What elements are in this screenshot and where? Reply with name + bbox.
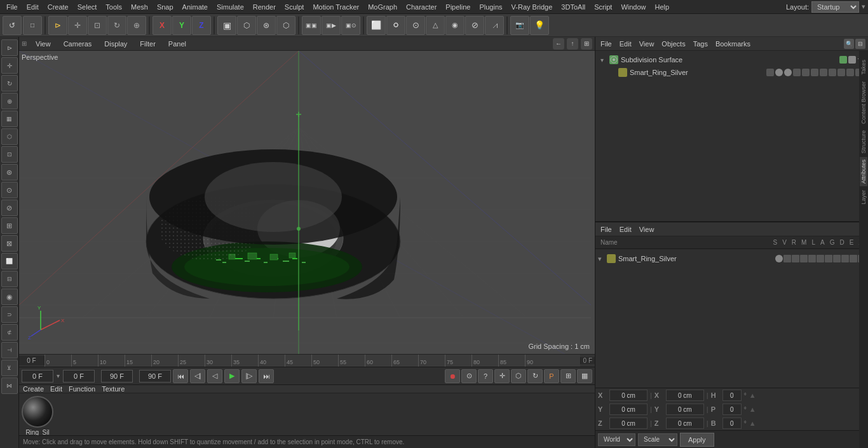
- mat-function-menu[interactable]: Function: [69, 385, 95, 393]
- attributes-tab[interactable]: Attributes: [860, 157, 867, 186]
- sidebar-magnet-btn[interactable]: ⊙: [1, 182, 18, 198]
- sidebar-extrude-btn[interactable]: ⬜: [1, 253, 18, 269]
- menu-file[interactable]: File: [3, 2, 22, 12]
- menu-create[interactable]: Create: [44, 2, 72, 12]
- mat-texture-menu[interactable]: Texture: [102, 385, 125, 393]
- sidebar-weld-btn[interactable]: ◉: [1, 288, 18, 305]
- attr-row-ring[interactable]: ▾ Smart_Ring_Silver: [598, 252, 865, 266]
- playback-info-btn[interactable]: ?: [478, 369, 493, 383]
- sidebar-box-select-btn[interactable]: ⬡: [1, 128, 18, 145]
- sidebar-bevel-btn[interactable]: ⊠: [1, 235, 18, 252]
- sidebar-knife-btn[interactable]: ⊘: [1, 200, 18, 216]
- coord-z-size[interactable]: [666, 417, 704, 429]
- apply-button[interactable]: Apply: [680, 433, 714, 447]
- coord-y-size[interactable]: [666, 404, 704, 415]
- mat-edit-menu[interactable]: Edit: [50, 385, 62, 393]
- coord-arrow-b[interactable]: ▲: [749, 419, 756, 427]
- coord-y-pos[interactable]: [609, 404, 648, 415]
- obj-filter-icon[interactable]: ⊟: [855, 39, 865, 49]
- ring-dot-7[interactable]: [829, 69, 836, 76]
- display-menu[interactable]: Display: [100, 39, 131, 48]
- play-btn[interactable]: ▶: [224, 369, 240, 383]
- sidebar-paint-btn[interactable]: ⊛: [1, 164, 18, 180]
- sidebar-spin-edge-btn[interactable]: ⊃: [1, 306, 18, 323]
- menu-plugins[interactable]: Plugins: [475, 2, 506, 12]
- panel-menu[interactable]: Panel: [165, 39, 190, 48]
- frame-end-input[interactable]: [101, 370, 133, 383]
- auto-key-btn[interactable]: ⊙: [461, 369, 477, 383]
- vp-arrow-left[interactable]: ←: [553, 38, 564, 50]
- obj-bookmarks-menu[interactable]: Bookmarks: [713, 40, 753, 48]
- coord-arrow-h[interactable]: ▲: [749, 391, 756, 399]
- obj-dot-2[interactable]: [848, 56, 856, 64]
- menu-character[interactable]: Character: [402, 2, 440, 12]
- mat-create-menu[interactable]: Create: [23, 385, 44, 393]
- coord-x-pos[interactable]: [609, 390, 648, 401]
- sidebar-push-pull-btn[interactable]: ⊣: [1, 342, 18, 358]
- x-axis-btn[interactable]: X: [153, 16, 172, 35]
- structure-tab[interactable]: Structure: [860, 128, 867, 156]
- obj-file-menu[interactable]: File: [598, 40, 614, 48]
- sidebar-move-btn[interactable]: ✛: [1, 57, 18, 74]
- sidebar-stitch-btn[interactable]: ⊻: [1, 360, 18, 376]
- coord-arrow-p[interactable]: ▲: [749, 405, 756, 413]
- menu-edit[interactable]: Edit: [23, 2, 43, 12]
- menu-mesh[interactable]: Mesh: [127, 2, 152, 12]
- render-region-btn[interactable]: ▣▣: [302, 16, 321, 35]
- vp-maximize[interactable]: ⊞: [581, 38, 592, 50]
- obj-row-subdivision[interactable]: ▾ Subdivision Surface ⋯: [598, 53, 865, 66]
- ring-dot-4[interactable]: [802, 69, 810, 76]
- obj-expand-icon[interactable]: ▾: [600, 57, 607, 64]
- menu-vray[interactable]: V-Ray Bridge: [508, 2, 557, 12]
- menu-3dtoall[interactable]: 3DToAll: [557, 2, 589, 12]
- attr-file-menu[interactable]: File: [598, 226, 614, 233]
- menu-mograph[interactable]: MoGraph: [364, 2, 401, 12]
- obj-dot-1[interactable]: [839, 56, 847, 64]
- layout-arrow[interactable]: ▾: [862, 3, 865, 11]
- motion-path-btn[interactable]: ⊞: [560, 369, 576, 383]
- menu-pipeline[interactable]: Pipeline: [442, 2, 474, 12]
- undo-button[interactable]: ↺: [3, 16, 22, 35]
- ring-dot-3[interactable]: [793, 69, 801, 76]
- obj-edit-menu[interactable]: Edit: [617, 40, 634, 48]
- cone-btn[interactable]: △: [426, 16, 445, 35]
- move-tool[interactable]: ✛: [68, 16, 87, 35]
- layer-tab[interactable]: Layer: [860, 187, 867, 207]
- sidebar-bridge-btn[interactable]: ⊞: [1, 217, 18, 234]
- render-btn[interactable]: ▣▶: [322, 16, 341, 35]
- menu-sculpt[interactable]: Sculpt: [281, 2, 308, 12]
- view-menu[interactable]: View: [32, 39, 55, 48]
- filter-menu[interactable]: Filter: [136, 39, 159, 48]
- attr-dot-9[interactable]: [841, 255, 849, 262]
- coord-z-pos[interactable]: [609, 417, 648, 429]
- record-btn[interactable]: ⏺: [445, 369, 460, 383]
- content-browser-tab[interactable]: Content Browser: [860, 79, 867, 126]
- ring-dot-render[interactable]: [784, 69, 792, 76]
- scale-dropdown[interactable]: Scale Freeze: [638, 433, 677, 446]
- attr-dot-7[interactable]: [825, 255, 832, 262]
- menu-simulate[interactable]: Simulate: [213, 2, 248, 12]
- sidebar-scale-btn[interactable]: ⊕: [1, 93, 18, 109]
- transform-tool[interactable]: ⊕: [127, 16, 146, 35]
- ring-dot-vis[interactable]: [775, 69, 783, 76]
- camera-btn[interactable]: 📷: [510, 16, 529, 35]
- light-btn[interactable]: 💡: [530, 16, 549, 35]
- redo-button[interactable]: □: [23, 16, 42, 35]
- sidebar-rotate-btn[interactable]: ↻: [1, 75, 18, 92]
- sidebar-inner-extrude-btn[interactable]: ⊟: [1, 271, 18, 287]
- obj-row-ring[interactable]: Smart_Ring_Silver: [598, 66, 865, 79]
- keyframe-btn[interactable]: P: [544, 369, 559, 383]
- attr-view-menu[interactable]: View: [637, 226, 657, 233]
- obj-mode-btn[interactable]: ▣: [217, 16, 236, 35]
- menu-tools[interactable]: Tools: [102, 2, 126, 12]
- cylinder-btn[interactable]: ⊙: [406, 16, 425, 35]
- frame-start-input[interactable]: [22, 370, 53, 383]
- step-back-btn[interactable]: ◁|: [190, 369, 205, 383]
- sidebar-pointer-btn[interactable]: ⊳: [1, 39, 18, 56]
- move-playback-btn[interactable]: ✛: [494, 369, 510, 383]
- coord-x-size[interactable]: [666, 390, 704, 401]
- landscape-btn[interactable]: ⩘: [485, 16, 504, 35]
- menu-script[interactable]: Script: [590, 2, 616, 12]
- z-axis-btn[interactable]: Z: [192, 16, 211, 35]
- attr-dot-1[interactable]: [775, 255, 783, 262]
